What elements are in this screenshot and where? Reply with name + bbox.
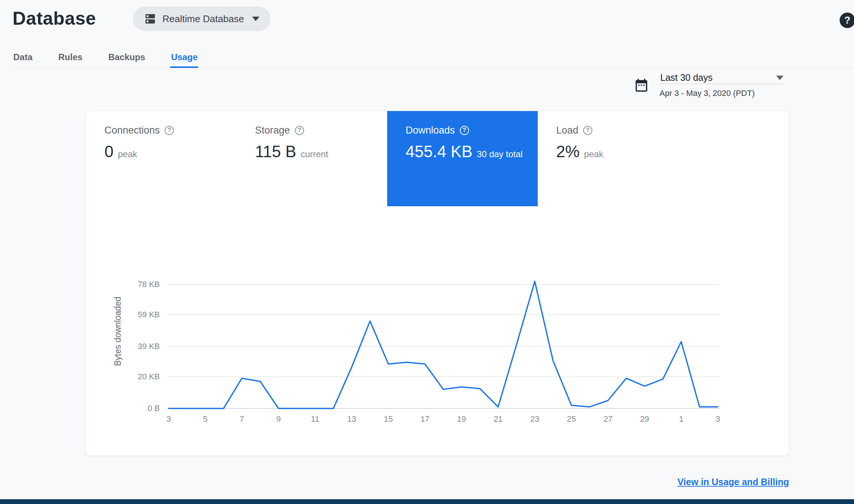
y-axis-tick-label: 39 KB bbox=[123, 341, 160, 352]
metric-value: 455.4 KB bbox=[406, 142, 472, 161]
date-range-detail: Apr 3 - May 3, 2020 (PDT) bbox=[660, 89, 755, 98]
y-axis-tick-label: 78 KB bbox=[123, 279, 160, 290]
view-usage-billing-link[interactable]: View in Usage and Billing bbox=[678, 477, 789, 487]
x-axis-tick-label: 29 bbox=[640, 414, 649, 424]
calendar-icon bbox=[634, 77, 649, 93]
y-axis-tick-label: 0 B bbox=[123, 403, 160, 414]
x-axis-tick-label: 17 bbox=[420, 414, 429, 424]
metric-load[interactable]: Load ? 2% peak bbox=[538, 111, 688, 206]
page-title: Database bbox=[13, 7, 96, 30]
x-axis-tick-label: 13 bbox=[347, 414, 356, 424]
date-range-label: Last 30 days bbox=[660, 72, 713, 83]
x-axis-tick-label: 1 bbox=[679, 414, 683, 424]
x-axis-tick-label: 19 bbox=[457, 414, 466, 424]
tab-data[interactable]: Data bbox=[13, 46, 33, 68]
chevron-down-icon bbox=[776, 76, 784, 80]
y-axis-tick-label: 20 KB bbox=[123, 372, 160, 382]
tab-backups[interactable]: Backups bbox=[107, 46, 146, 68]
database-selector[interactable]: Realtime Database bbox=[133, 7, 271, 31]
y-axis-title: Bytes downloaded bbox=[113, 297, 123, 366]
tab-usage[interactable]: Usage bbox=[170, 46, 198, 68]
x-axis-tick-label: 23 bbox=[530, 414, 539, 424]
x-axis-tick-label: 5 bbox=[203, 414, 207, 424]
chevron-down-icon bbox=[252, 17, 259, 21]
metric-label-row: Load ? bbox=[556, 125, 681, 135]
metric-downloads[interactable]: Downloads ? 455.4 KB 30 day total bbox=[387, 111, 538, 206]
tab-bar: Data Rules Backups Usage bbox=[13, 46, 854, 68]
metric-label-row: Downloads ? bbox=[406, 125, 530, 135]
usage-card: Connections ? 0 peak Storage ? 115 B cur… bbox=[86, 111, 789, 456]
metric-label-row: Storage ? bbox=[255, 125, 380, 135]
metric-label-row: Connections ? bbox=[104, 125, 229, 135]
metric-unit: 30 day total bbox=[477, 149, 523, 159]
database-selector-label: Realtime Database bbox=[162, 13, 244, 25]
date-range-select[interactable]: Last 30 days bbox=[660, 72, 784, 84]
help-icon[interactable]: ? bbox=[583, 126, 592, 135]
x-axis-tick-label: 9 bbox=[276, 414, 280, 424]
metric-value: 115 B bbox=[255, 142, 296, 161]
metric-label: Load bbox=[556, 125, 578, 135]
metric-unit: peak bbox=[118, 149, 137, 159]
metric-storage[interactable]: Storage ? 115 B current bbox=[237, 111, 387, 206]
x-axis-tick-label: 3 bbox=[166, 414, 171, 424]
database-icon bbox=[144, 13, 156, 25]
x-axis-tick-label: 27 bbox=[603, 414, 612, 424]
x-axis-tick-label: 11 bbox=[311, 414, 319, 424]
metric-label: Downloads bbox=[406, 125, 455, 135]
x-axis-tick-label: 7 bbox=[240, 414, 244, 424]
help-icon[interactable]: ? bbox=[460, 126, 469, 135]
metric-value-row: 0 peak bbox=[104, 142, 229, 161]
downloads-line-chart bbox=[167, 279, 721, 419]
x-axis-tick-label: 3 bbox=[716, 414, 720, 424]
metric-unit: peak bbox=[584, 149, 603, 159]
metric-label: Storage bbox=[255, 125, 290, 135]
metric-value: 0 bbox=[104, 142, 113, 161]
metric-selector-row: Connections ? 0 peak Storage ? 115 B cur… bbox=[86, 111, 688, 206]
y-axis-tick-label: 59 KB bbox=[123, 310, 160, 320]
metric-value-row: 455.4 KB 30 day total bbox=[406, 142, 530, 161]
metric-connections[interactable]: Connections ? 0 peak bbox=[86, 111, 237, 206]
help-icon[interactable]: ? bbox=[295, 126, 304, 135]
x-axis-tick-label: 15 bbox=[384, 414, 393, 424]
help-icon[interactable]: ? bbox=[165, 126, 174, 135]
page: Database Realtime Database ? Data Rules … bbox=[0, 0, 854, 504]
footer-bar bbox=[0, 499, 854, 504]
metric-label: Connections bbox=[104, 125, 160, 135]
metric-unit: current bbox=[301, 149, 328, 159]
metric-value-row: 2% peak bbox=[556, 142, 681, 161]
metric-value-row: 115 B current bbox=[255, 142, 380, 161]
help-button[interactable]: ? bbox=[840, 13, 854, 28]
tab-rules[interactable]: Rules bbox=[58, 46, 83, 68]
x-axis-tick-label: 21 bbox=[494, 414, 503, 424]
metric-value: 2% bbox=[556, 142, 580, 161]
x-axis-tick-label: 25 bbox=[567, 414, 576, 424]
